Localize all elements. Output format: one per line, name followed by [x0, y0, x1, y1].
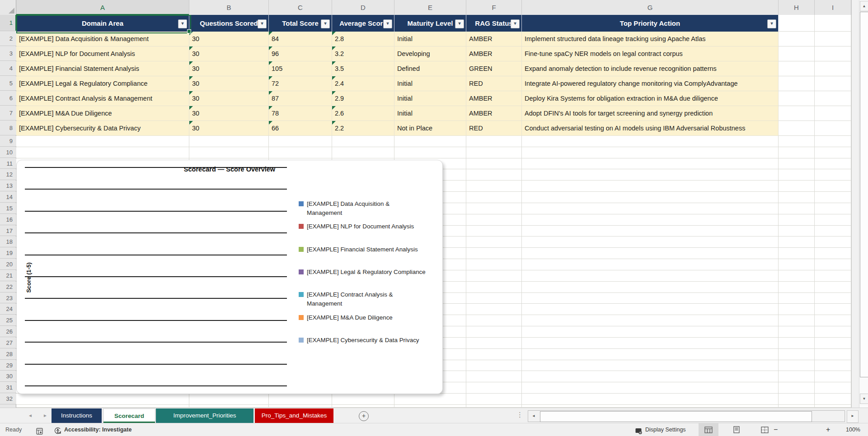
legend-entry[interactable]: [EXAMPLE] Legal & Regulatory Compliance: [299, 268, 439, 277]
zoom-out-button[interactable]: −: [774, 423, 778, 436]
table-header-5[interactable]: Maturity Level▾: [394, 15, 466, 32]
cell-A2[interactable]: [EXAMPLE] Data Acquisition & Management: [16, 32, 189, 46]
sheet-tab-instructions[interactable]: Instructions: [52, 408, 102, 423]
row-header-16[interactable]: 16: [0, 214, 16, 225]
cell-B4[interactable]: 30: [189, 61, 269, 76]
zoom-in-button[interactable]: +: [826, 423, 830, 436]
cell-C2[interactable]: 84: [269, 32, 332, 46]
row-header-21[interactable]: 21: [0, 270, 16, 281]
row-header-15[interactable]: 15: [0, 203, 16, 214]
cell-G3[interactable]: Fine-tune spaCy NER models on legal cont…: [522, 46, 779, 61]
row-header-27[interactable]: 27: [0, 338, 16, 348]
table-header-2[interactable]: Questions Scored▾: [189, 15, 269, 32]
cell-F4[interactable]: GREEN: [466, 61, 522, 76]
cell-A5[interactable]: [EXAMPLE] Legal & Regulatory Compliance: [16, 76, 189, 91]
cell-C6[interactable]: 87: [269, 91, 332, 106]
legend-entry[interactable]: [EXAMPLE] Cybersecurity & Data Privacy: [299, 336, 439, 345]
cell-F6[interactable]: AMBER: [466, 91, 522, 106]
cell-D5[interactable]: 2.4: [332, 76, 394, 91]
row-header-17[interactable]: 17: [0, 226, 16, 237]
new-sheet-button[interactable]: +: [359, 411, 369, 421]
row-header-19[interactable]: 19: [0, 248, 16, 259]
column-header-d[interactable]: D: [332, 0, 394, 15]
row-header-6[interactable]: 6: [0, 91, 16, 106]
column-header-g[interactable]: G: [522, 0, 779, 15]
score-overview-chart[interactable]: Scorecard — Score Overview Score (1-5) […: [16, 160, 443, 394]
row-header-9[interactable]: 9: [0, 136, 16, 147]
cell-C5[interactable]: 72: [269, 76, 332, 91]
sheet-nav-right-icon[interactable]: ►: [43, 408, 47, 423]
row-header-30[interactable]: 30: [0, 371, 16, 382]
row-header-29[interactable]: 29: [0, 360, 16, 371]
cell-C8[interactable]: 66: [269, 121, 332, 136]
sheet-tab-pro-tips-and-mistakes[interactable]: Pro_Tips_and_Mistakes: [255, 408, 333, 423]
filter-dropdown-icon[interactable]: ▾: [321, 19, 330, 28]
filter-dropdown-icon[interactable]: ▾: [178, 19, 187, 28]
row-header-14[interactable]: 14: [0, 192, 16, 203]
row-header-25[interactable]: 25: [0, 315, 16, 326]
cell-B2[interactable]: 30: [189, 32, 269, 46]
row-header-11[interactable]: 11: [0, 158, 16, 169]
column-header-f[interactable]: F: [466, 0, 522, 15]
column-header-e[interactable]: E: [394, 0, 466, 15]
row-header-26[interactable]: 26: [0, 326, 16, 337]
cell-A8[interactable]: [EXAMPLE] Cybersecurity & Data Privacy: [16, 121, 189, 136]
cell-C3[interactable]: 96: [269, 46, 332, 61]
table-header-7[interactable]: Top Priority Action▾: [522, 15, 779, 32]
legend-entry[interactable]: [EXAMPLE] M&A Due Diligence: [299, 313, 439, 322]
row-header-10[interactable]: 10: [0, 147, 16, 158]
page-break-view-icon[interactable]: [755, 423, 774, 436]
row-header-20[interactable]: 20: [0, 259, 16, 270]
column-header-c[interactable]: C: [269, 0, 332, 15]
cell-E3[interactable]: Developing: [394, 46, 466, 61]
cell-E4[interactable]: Defined: [394, 61, 466, 76]
cell-A7[interactable]: [EXAMPLE] M&A Due Diligence: [16, 106, 189, 121]
cell-G6[interactable]: Deploy Kira Systems for obligation extra…: [522, 91, 779, 106]
filter-dropdown-icon[interactable]: ▾: [511, 19, 520, 28]
row-header-7[interactable]: 7: [0, 106, 16, 121]
row-header-28[interactable]: 28: [0, 349, 16, 360]
cell-G8[interactable]: Conduct adversarial testing on AI models…: [522, 121, 779, 136]
cell-G4[interactable]: Expand anomaly detection to include reve…: [522, 61, 779, 76]
sheet-tab-improvement-priorities[interactable]: Improvement_Priorities: [156, 408, 253, 423]
cell-F2[interactable]: AMBER: [466, 32, 522, 46]
horizontal-scrollbar[interactable]: ◄: [528, 410, 845, 422]
cell-B8[interactable]: 30: [189, 121, 269, 136]
cell-D4[interactable]: 3.5: [332, 61, 394, 76]
column-header-a[interactable]: A: [16, 0, 189, 15]
cell-B5[interactable]: 30: [189, 76, 269, 91]
table-header-6[interactable]: RAG Status▾: [466, 15, 522, 32]
filter-dropdown-icon[interactable]: ▾: [455, 19, 464, 28]
select-all-button[interactable]: [0, 0, 16, 15]
cell-E5[interactable]: Initial: [394, 76, 466, 91]
column-header-i[interactable]: I: [815, 0, 851, 15]
cell-A4[interactable]: [EXAMPLE] Financial Statement Analysis: [16, 61, 189, 76]
row-header-22[interactable]: 22: [0, 282, 16, 292]
cell-F8[interactable]: RED: [466, 121, 522, 136]
cell-D6[interactable]: 2.9: [332, 91, 394, 106]
cell-G2[interactable]: Implement structured data lineage tracki…: [522, 32, 779, 46]
cell-A3[interactable]: [EXAMPLE] NLP for Document Analysis: [16, 46, 189, 61]
scroll-down-icon[interactable]: ▼: [860, 394, 868, 404]
row-header-12[interactable]: 12: [0, 169, 16, 180]
column-header-b[interactable]: B: [189, 0, 269, 15]
cell-G7[interactable]: Adopt DFIN's AI tools for target screeni…: [522, 106, 779, 121]
legend-entry[interactable]: [EXAMPLE] NLP for Document Analysis: [299, 222, 439, 231]
scroll-up-icon[interactable]: ▲: [860, 1, 868, 11]
vertical-scrollbar[interactable]: ▲ ▼: [859, 0, 868, 408]
row-header-24[interactable]: 24: [0, 304, 16, 315]
macro-record-icon[interactable]: [36, 427, 43, 436]
filter-dropdown-icon[interactable]: ▾: [383, 19, 392, 28]
cell-E8[interactable]: Not in Place: [394, 121, 466, 136]
row-header-2[interactable]: 2: [0, 32, 16, 46]
row-header-32[interactable]: 32: [0, 394, 16, 404]
row-header-4[interactable]: 4: [0, 61, 16, 76]
legend-entry[interactable]: [EXAMPLE] Data Acquisition & Management: [299, 199, 403, 217]
page-layout-view-icon[interactable]: [727, 423, 746, 436]
cell-G5[interactable]: Integrate AI-powered regulatory change m…: [522, 76, 779, 91]
zoom-level[interactable]: 100%: [837, 423, 860, 436]
filter-dropdown-icon[interactable]: ▾: [767, 19, 776, 28]
legend-entry[interactable]: [EXAMPLE] Contract Analysis & Management: [299, 290, 403, 308]
scroll-left-icon[interactable]: ◄: [529, 411, 539, 421]
cell-F3[interactable]: AMBER: [466, 46, 522, 61]
